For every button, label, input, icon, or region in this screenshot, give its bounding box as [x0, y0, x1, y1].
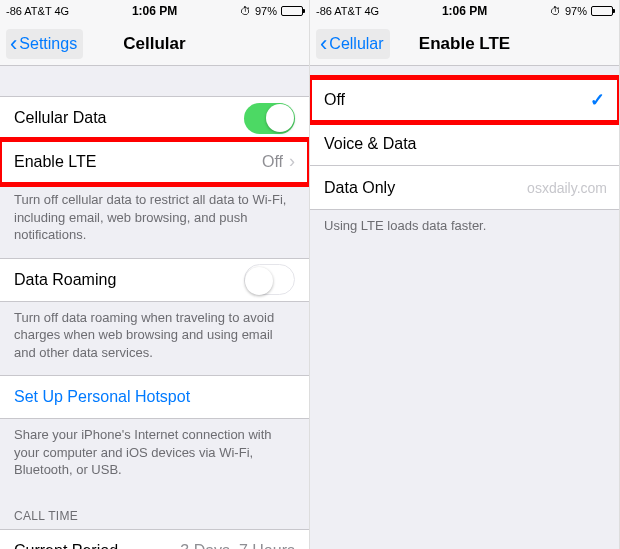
chevron-left-icon: ‹ [10, 33, 17, 55]
enable-lte-value: Off [262, 153, 283, 171]
enable-lte-label: Enable LTE [14, 153, 262, 171]
battery-percent: 97% [255, 5, 277, 17]
settings-list: Cellular Data Enable LTE Off › Turn off … [0, 66, 309, 549]
current-period-value: 3 Days, 7 Hours [180, 542, 295, 549]
screen-cellular: -86 AT&T 4G 1:06 PM ⏱ 97% ‹ Settings Cel… [0, 0, 310, 549]
signal-text: -86 AT&T 4G [316, 5, 379, 17]
cellular-data-label: Cellular Data [14, 109, 244, 127]
checkmark-icon: ✓ [590, 89, 605, 111]
footer-hotspot: Share your iPhone's Internet connection … [0, 419, 309, 493]
back-button[interactable]: ‹ Cellular [316, 29, 390, 59]
data-roaming-toggle[interactable] [244, 264, 295, 295]
signal-text: -86 AT&T 4G [6, 5, 69, 17]
option-voice-data[interactable]: Voice & Data [310, 122, 619, 166]
status-bar: -86 AT&T 4G 1:06 PM ⏱ 97% [310, 0, 619, 22]
hotspot-label: Set Up Personal Hotspot [14, 388, 295, 406]
nav-bar: ‹ Cellular Enable LTE [310, 22, 619, 66]
row-current-period: Current Period 3 Days, 7 Hours [0, 529, 309, 549]
battery-percent: 97% [565, 5, 587, 17]
row-data-roaming[interactable]: Data Roaming [0, 258, 309, 302]
status-time: 1:06 PM [442, 4, 487, 18]
option-off[interactable]: Off ✓ [310, 78, 619, 122]
data-roaming-label: Data Roaming [14, 271, 244, 289]
back-label: Settings [19, 35, 77, 53]
footer-cellular-data: Turn off cellular data to restrict all d… [0, 184, 309, 258]
current-period-label: Current Period [14, 542, 180, 549]
chevron-right-icon: › [289, 151, 295, 172]
calltime-header: CALL TIME [0, 493, 309, 529]
lte-options-list: Off ✓ Voice & Data Data Only osxdaily.co… [310, 66, 619, 549]
cellular-data-toggle[interactable] [244, 103, 295, 134]
alarm-icon: ⏱ [240, 5, 251, 17]
battery-icon [591, 6, 613, 16]
nav-bar: ‹ Settings Cellular [0, 22, 309, 66]
option-data-only[interactable]: Data Only osxdaily.com [310, 166, 619, 210]
back-label: Cellular [329, 35, 383, 53]
watermark-text: osxdaily.com [527, 180, 607, 196]
row-cellular-data[interactable]: Cellular Data [0, 96, 309, 140]
row-enable-lte[interactable]: Enable LTE Off › [0, 140, 309, 184]
screen-enable-lte: -86 AT&T 4G 1:06 PM ⏱ 97% ‹ Cellular Ena… [310, 0, 620, 549]
chevron-left-icon: ‹ [320, 33, 327, 55]
battery-icon [281, 6, 303, 16]
option-off-label: Off [324, 91, 590, 109]
status-bar: -86 AT&T 4G 1:06 PM ⏱ 97% [0, 0, 309, 22]
footer-lte: Using LTE loads data faster. [310, 210, 619, 249]
status-time: 1:06 PM [132, 4, 177, 18]
alarm-icon: ⏱ [550, 5, 561, 17]
option-voice-data-label: Voice & Data [324, 135, 605, 153]
footer-data-roaming: Turn off data roaming when traveling to … [0, 302, 309, 376]
row-personal-hotspot[interactable]: Set Up Personal Hotspot [0, 375, 309, 419]
back-button[interactable]: ‹ Settings [6, 29, 83, 59]
